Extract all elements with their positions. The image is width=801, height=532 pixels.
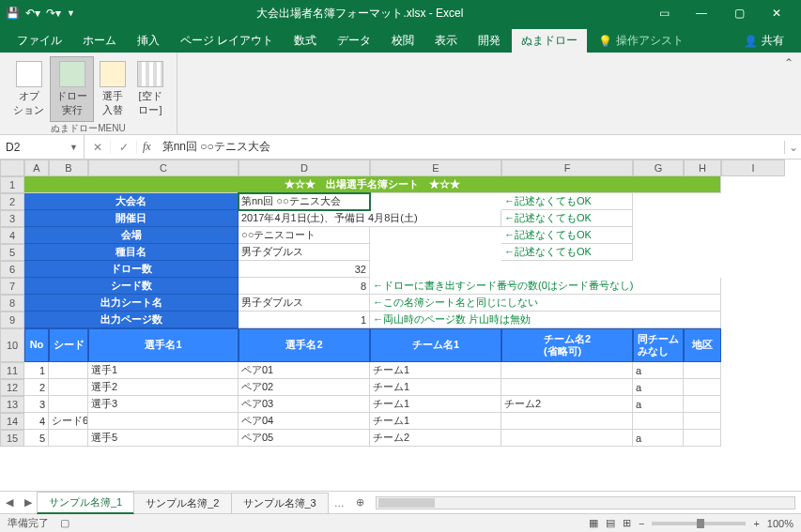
cell-no[interactable]: 5: [24, 430, 49, 447]
zoom-level[interactable]: 100%: [767, 518, 793, 529]
formula-input[interactable]: 第nn回 ○○テニス大会: [157, 139, 784, 155]
cell-same[interactable]: a: [633, 396, 684, 413]
field-value[interactable]: 8: [239, 278, 370, 295]
column-header[interactable]: G: [633, 160, 684, 176]
scrollbar-thumb[interactable]: [378, 498, 435, 508]
column-header[interactable]: A: [24, 160, 49, 176]
row-header[interactable]: 13: [0, 396, 24, 413]
ribbon-display-options-icon[interactable]: ▭: [645, 7, 683, 20]
close-button[interactable]: ✕: [758, 7, 795, 20]
column-header[interactable]: I: [721, 160, 785, 176]
cell-player2[interactable]: ペア05: [239, 430, 370, 447]
tab-developer[interactable]: 開発: [469, 29, 510, 53]
row-header[interactable]: 8: [0, 295, 24, 312]
table-header[interactable]: シード: [49, 328, 88, 362]
field-value[interactable]: 2017年4月1日(土)、予備日 4月8日(土): [239, 210, 501, 227]
row-header[interactable]: 12: [0, 379, 24, 396]
field-value[interactable]: 32: [239, 261, 370, 278]
tab-insert[interactable]: 挿入: [128, 29, 169, 53]
field-value[interactable]: 1: [239, 312, 370, 328]
column-header[interactable]: E: [370, 160, 501, 176]
row-header[interactable]: 10: [0, 328, 24, 362]
cell-team1[interactable]: チーム1: [370, 379, 501, 396]
sheet-nav-next-icon[interactable]: ▶: [19, 496, 38, 509]
page-layout-view-icon[interactable]: ▤: [606, 517, 615, 529]
page-break-view-icon[interactable]: ⊞: [623, 517, 631, 529]
cell-team2[interactable]: チーム2: [501, 396, 633, 413]
tab-numadraw[interactable]: ぬまドロー: [512, 29, 587, 53]
cell-seed[interactable]: [49, 362, 88, 379]
new-sheet-button[interactable]: ⊕: [350, 496, 370, 509]
table-header[interactable]: チーム名2 (省略可): [501, 328, 633, 362]
table-header[interactable]: 選手名2: [239, 328, 370, 362]
tab-page-layout[interactable]: ページ レイアウト: [171, 29, 283, 53]
field-value[interactable]: ○○テニスコート: [239, 227, 370, 244]
cell-player2[interactable]: ペア01: [239, 362, 370, 379]
cell-seed[interactable]: [49, 396, 88, 413]
cell-team1[interactable]: チーム1: [370, 413, 501, 430]
field-note[interactable]: ←この名簿シート名と同じにしない: [370, 295, 721, 312]
tab-file[interactable]: ファイル: [8, 29, 71, 53]
zoom-in-button[interactable]: +: [753, 518, 759, 529]
cell-player2[interactable]: ペア04: [239, 413, 370, 430]
cell-player1[interactable]: 選手5: [88, 430, 239, 447]
field-value[interactable]: 男子ダブルス: [239, 295, 370, 312]
field-label[interactable]: 大会名: [24, 193, 239, 210]
row-header[interactable]: 9: [0, 312, 24, 328]
chevron-down-icon[interactable]: ▼: [69, 143, 78, 152]
field-note[interactable]: ←ドローに書き出すシード番号の数(0はシード番号なし): [370, 278, 721, 295]
cell-team1[interactable]: チーム2: [370, 430, 501, 447]
cell-same[interactable]: a: [633, 430, 684, 447]
field-label[interactable]: シード数: [24, 278, 239, 295]
cell-same[interactable]: [633, 413, 684, 430]
field-note[interactable]: ←記述なくてもOK: [501, 193, 633, 210]
cell-area[interactable]: [684, 362, 721, 379]
cell-team2[interactable]: [501, 362, 633, 379]
collapse-ribbon-icon[interactable]: ⌃: [777, 53, 801, 73]
field-label[interactable]: 会場: [24, 227, 239, 244]
tab-review[interactable]: 校閲: [382, 29, 424, 53]
field-note[interactable]: ←記述なくてもOK: [501, 210, 633, 227]
table-header[interactable]: No: [24, 328, 49, 362]
cell-team2[interactable]: [501, 430, 633, 447]
row-header[interactable]: 14: [0, 413, 24, 430]
column-header[interactable]: D: [239, 160, 370, 176]
field-label[interactable]: 開催日: [24, 210, 239, 227]
select-all-corner[interactable]: [0, 160, 24, 176]
row-header[interactable]: 7: [0, 278, 24, 295]
table-header[interactable]: 選手名1: [88, 328, 239, 362]
field-note[interactable]: ←両山時のページ数 片山時は無効: [370, 312, 721, 328]
cell-area[interactable]: [684, 396, 721, 413]
tab-view[interactable]: 表示: [425, 29, 467, 53]
tab-home[interactable]: ホーム: [73, 29, 126, 53]
expand-formula-bar-icon[interactable]: ⌄: [784, 141, 801, 154]
qat-customize-icon[interactable]: ▼: [67, 8, 75, 18]
zoom-slider[interactable]: [652, 522, 746, 525]
macro-record-icon[interactable]: ▢: [60, 517, 69, 529]
cell-player2[interactable]: ペア03: [239, 396, 370, 413]
sheet-nav-prev-icon[interactable]: ◀: [0, 496, 19, 509]
share-button[interactable]: 👤 共有: [734, 29, 793, 53]
zoom-slider-thumb[interactable]: [697, 519, 704, 528]
field-label[interactable]: 出力ページ数: [24, 312, 239, 328]
cell-player1[interactable]: [88, 413, 239, 430]
cell-team2[interactable]: [501, 379, 633, 396]
field-value[interactable]: 第nn回 ○○テニス大会: [239, 193, 370, 210]
fx-icon[interactable]: fx: [137, 140, 157, 154]
cell-player1[interactable]: 選手2: [88, 379, 239, 396]
tab-data[interactable]: データ: [328, 29, 380, 53]
cell-seed[interactable]: [49, 430, 88, 447]
row-header[interactable]: 2: [0, 193, 24, 210]
sheet-tab-2[interactable]: サンプル名簿_2: [133, 493, 231, 513]
sheet-tab-1[interactable]: サンプル名簿_1: [37, 492, 134, 514]
cell-area[interactable]: [684, 430, 721, 447]
cell-player1[interactable]: 選手3: [88, 396, 239, 413]
cell-area[interactable]: [684, 413, 721, 430]
horizontal-scrollbar[interactable]: [376, 496, 795, 509]
cell-same[interactable]: a: [633, 362, 684, 379]
cell-area[interactable]: [684, 379, 721, 396]
sheet-tabs-more[interactable]: …: [329, 497, 350, 509]
cell-same[interactable]: a: [633, 379, 684, 396]
cell-player2[interactable]: ペア02: [239, 379, 370, 396]
cell-no[interactable]: 1: [24, 362, 49, 379]
